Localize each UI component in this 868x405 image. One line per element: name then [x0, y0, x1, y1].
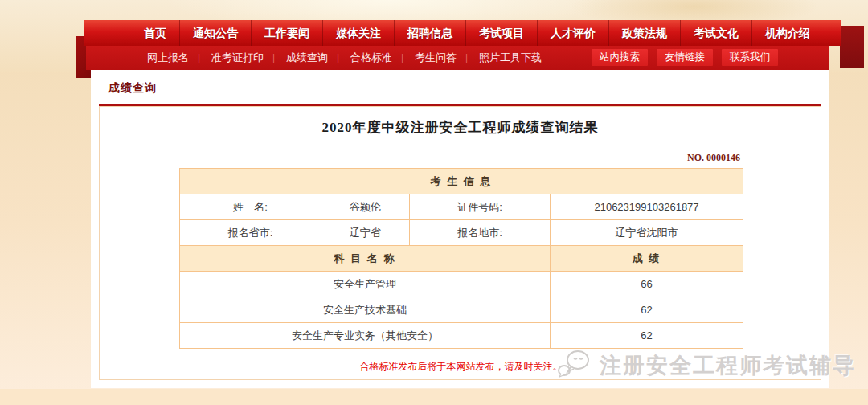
- section-title: 成绩查询: [108, 81, 157, 96]
- info-label: 证件号码:: [410, 194, 551, 220]
- nav-item-6[interactable]: 人才评价: [537, 20, 608, 46]
- subject-name: 安全生产管理: [180, 272, 551, 297]
- candidate-info-header: 考 生 信 息: [180, 169, 743, 194]
- subnav-item-2[interactable]: 成绩查询: [275, 46, 339, 70]
- nav-item-9[interactable]: 机构介绍: [751, 20, 823, 46]
- score-column-header: 成 绩: [551, 246, 743, 272]
- subnav-item-0[interactable]: 网上报名: [136, 46, 200, 70]
- subnav-item-3[interactable]: 合格标准: [339, 46, 403, 70]
- nav-item-2[interactable]: 工作要闻: [251, 20, 322, 46]
- page: 首页通知公告工作要闻媒体关注招聘信息考试项目人才评价政策法规考试文化机构介绍 网…: [0, 0, 868, 405]
- info-value: 谷颖伦: [321, 194, 410, 220]
- ribbon-fold-right: [840, 26, 864, 68]
- info-value: 210623199103261877: [551, 194, 743, 220]
- score-result-card: 2020年度中级注册安全工程师成绩查询结果 NO. 0000146 考 生 信 …: [99, 106, 821, 380]
- info-row-1: 报名省市:辽宁省报名地市:辽宁省沈阳市: [180, 220, 743, 246]
- subject-score: 66: [551, 272, 743, 297]
- footer-strip: [0, 389, 868, 405]
- primary-nav: 首页通知公告工作要闻媒体关注招聘信息考试项目人才评价政策法规考试文化机构介绍: [84, 20, 841, 46]
- subnav-button-1[interactable]: 友情链接: [657, 49, 713, 66]
- result-title: 2020年度中级注册安全工程师成绩查询结果: [100, 118, 821, 137]
- info-value: 辽宁省沈阳市: [551, 220, 743, 246]
- nav-item-4[interactable]: 招聘信息: [394, 20, 465, 46]
- subnav-button-2[interactable]: 联系我们: [722, 49, 778, 66]
- info-label: 姓 名:: [180, 194, 321, 220]
- nav-item-1[interactable]: 通知公告: [179, 20, 251, 46]
- score-row-2: 安全生产专业实务（其他安全）62: [180, 323, 743, 349]
- subject-name: 安全生产技术基础: [180, 297, 551, 323]
- subject-column-header: 科 目 名 称: [180, 246, 551, 272]
- subject-score: 62: [551, 297, 743, 323]
- candidate-score-table: 考 生 信 息姓 名:谷颖伦证件号码:210623199103261877报名省…: [179, 168, 743, 349]
- secondary-nav: 网上报名准考证打印成绩查询合格标准考生问答照片工具下载站内搜索友情链接联系我们: [86, 46, 829, 70]
- nav-item-0[interactable]: 首页: [131, 20, 179, 46]
- score-row-0: 安全生产管理66: [180, 272, 743, 297]
- subnav-item-5[interactable]: 照片工具下载: [468, 46, 553, 70]
- nav-item-7[interactable]: 政策法规: [608, 20, 680, 46]
- result-serial-number: NO. 0000146: [687, 152, 740, 164]
- info-row-0: 姓 名:谷颖伦证件号码:210623199103261877: [180, 194, 743, 220]
- pass-standard-note: 合格标准发布后将于本网站发布，请及时关注。: [179, 360, 743, 374]
- secondary-nav-buttons: 站内搜索友情链接联系我们: [592, 49, 778, 66]
- score-header-row: 科 目 名 称成 绩: [180, 246, 743, 272]
- subnav-item-1[interactable]: 准考证打印: [200, 46, 275, 70]
- nav-item-8[interactable]: 考试文化: [680, 20, 751, 46]
- info-value: 辽宁省: [321, 220, 410, 246]
- info-label: 报名省市:: [180, 220, 321, 246]
- subject-name: 安全生产专业实务（其他安全）: [180, 323, 551, 349]
- info-label: 报名地市:: [410, 220, 551, 246]
- nav-item-3[interactable]: 媒体关注: [322, 20, 394, 46]
- subnav-button-0[interactable]: 站内搜索: [592, 49, 648, 66]
- nav-item-5[interactable]: 考试项目: [465, 20, 537, 46]
- table-header-row: 考 生 信 息: [180, 169, 743, 194]
- subject-score: 62: [551, 323, 743, 349]
- score-row-1: 安全生产技术基础62: [180, 297, 743, 323]
- subnav-item-4[interactable]: 考生问答: [403, 46, 468, 70]
